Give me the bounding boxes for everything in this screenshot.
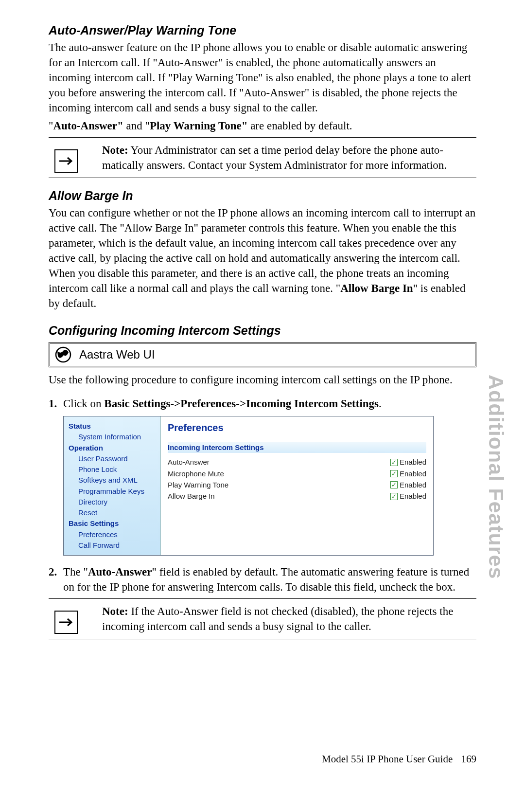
note-label: Note: [102,144,128,156]
screenshot-title: Preferences [168,421,426,434]
note-block-2: Note: If the Auto-Answer field is not ch… [49,598,476,639]
nav-category[interactable]: Basic Settings [69,519,158,528]
step-1: 1. Click on Basic Settings->Preferences-… [49,396,476,411]
step-body: Click on Basic Settings->Preferences->In… [63,396,476,411]
text-bold: Allow Barge In [340,282,413,294]
text-bold: Auto-Answer" [53,120,123,132]
note-label: Note: [102,605,128,617]
nav-category[interactable]: Status [69,421,158,431]
text: are enabled by default. [247,120,352,132]
pref-label: Microphone Mute [168,469,224,479]
screenshot-preferences: Status System Information Operation User… [63,416,434,556]
note-text: Note: If the Auto-Answer field is not ch… [102,604,476,634]
text: and " [123,120,150,132]
step-body: The "Auto-Answer" field is enabled by de… [63,564,476,595]
arrow-right-icon [54,611,78,634]
nav-item[interactable]: Call Forward [78,541,158,550]
nav-item[interactable]: Preferences [78,530,158,540]
pref-value-text: Enabled [400,480,426,490]
text: " [49,120,53,132]
nav-item[interactable]: Softkeys and XML [78,475,158,485]
note-block-1: Note: Your Administrator can set a time … [49,137,476,178]
screenshot-section-header: Incoming Intercom Settings [168,442,426,453]
nav-item[interactable]: Programmable Keys [78,487,158,496]
nav-item[interactable]: Reset [78,508,158,518]
checkbox-icon[interactable]: ✓ [390,470,398,477]
pref-label: Allow Barge In [168,491,215,501]
para-auto-2: "Auto-Answer" and "Play Warning Tone" ar… [49,118,476,133]
pref-row: Auto-Answer✓Enabled [168,457,426,467]
checkbox-icon[interactable]: ✓ [390,493,398,500]
text: . [379,397,382,410]
arrow-right-icon [54,149,78,173]
pref-value: ✓Enabled [390,491,426,501]
web-ui-label: Aastra Web UI [79,347,155,362]
pref-value-text: Enabled [400,469,426,479]
globe-icon [55,346,71,363]
text-bold: Auto-Answer [88,566,152,578]
pref-value: ✓Enabled [390,457,426,467]
nav-item[interactable]: Phone Lock [78,465,158,474]
footer-text: Model 55i IP Phone User Guide [322,753,453,765]
text: You can configure whether or not the IP … [49,207,475,294]
screenshot-sidebar: Status System Information Operation User… [64,416,161,555]
web-ui-bar: Aastra Web UI [49,342,476,367]
note-text: Note: Your Administrator can set a time … [102,143,476,173]
pref-value: ✓Enabled [390,480,426,490]
text-bold: Play Warning Tone" [150,120,248,132]
nav-item[interactable]: Directory [78,497,158,507]
pref-row: Microphone Mute✓Enabled [168,469,426,479]
nav-item[interactable]: User Password [78,454,158,464]
checkbox-icon[interactable]: ✓ [390,481,398,488]
pref-value: ✓Enabled [390,469,426,479]
page-footer: Model 55i IP Phone User Guide 169 [322,752,476,766]
screenshot-main: Preferences Incoming Intercom Settings A… [161,416,433,555]
step-2: 2. The "Auto-Answer" field is enabled by… [49,564,476,595]
para-use: Use the following procedure to configure… [49,372,476,387]
para-auto-1: The auto-answer feature on the IP phone … [49,40,476,115]
note-body: If the Auto-Answer field is not checked … [102,605,453,632]
pref-row: Play Warning Tone✓Enabled [168,480,426,490]
text: The " [63,566,88,578]
pref-value-text: Enabled [400,491,426,501]
pref-label: Play Warning Tone [168,480,228,490]
note-body: Your Administrator can set a time period… [102,144,447,171]
pref-label: Auto-Answer [168,457,210,467]
heading-auto-answer: Auto-Answer/Play Warning Tone [49,22,476,39]
checkbox-icon[interactable]: ✓ [390,459,398,466]
text-bold: Basic Settings->Preferences->Incoming In… [104,397,379,410]
nav-item[interactable]: System Information [78,432,158,442]
heading-configure: Configuring Incoming Intercom Settings [49,323,476,339]
pref-value-text: Enabled [400,457,426,467]
page-number: 169 [461,753,477,765]
side-tab-title: Additional Features [482,375,510,579]
para-barge: You can configure whether or not the IP … [49,205,476,311]
heading-barge: Allow Barge In [49,188,476,204]
step-number: 1. [49,396,63,411]
step-number: 2. [49,564,63,595]
pref-row: Allow Barge In✓Enabled [168,491,426,501]
nav-category[interactable]: Operation [69,443,158,453]
text: Click on [63,397,104,410]
